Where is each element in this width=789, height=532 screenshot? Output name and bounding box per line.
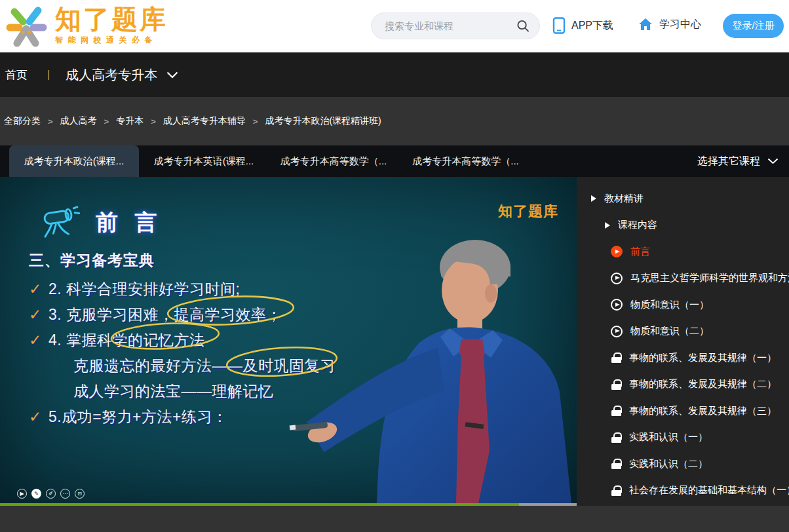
lock-icon xyxy=(611,459,621,469)
check-icon: ✓ xyxy=(29,305,43,324)
breadcrumb: 全部分类 > 成人高考 > 专升本 > 成人高考专升本辅导 > 成考专升本政治(… xyxy=(0,97,789,145)
breadcrumb-item[interactable]: 成人高考 xyxy=(60,115,97,127)
triangle-right-icon xyxy=(605,222,610,229)
slide-line: ✓ 5.成功=努力+方法+练习： xyxy=(29,408,336,426)
app-download[interactable]: APP下载 xyxy=(552,17,613,34)
sidebar-chapter-locked[interactable]: 事物的联系、发展及其规律（一） xyxy=(577,345,789,371)
slide-line: ✓ 2. 科学合理安排好学习时间; xyxy=(29,280,336,298)
lock-icon xyxy=(611,485,621,496)
tab-math-1[interactable]: 成考专升本高等数学（... xyxy=(269,155,398,168)
home-icon xyxy=(638,17,653,31)
select-other-course-label: 选择其它课程 xyxy=(697,155,760,168)
learning-center-label: 学习中心 xyxy=(659,18,701,31)
slide-line: 克服遗忘的最好方法——及时巩固复习 xyxy=(73,356,336,375)
lock-icon xyxy=(611,432,621,443)
main-nav: 首页 | 成人高考专升本 xyxy=(0,52,789,97)
video-progress-fill xyxy=(0,503,519,506)
slide-body: 三、学习备考宝典 ✓ 2. 科学合理安排好学习时间; ✓ 3. 克服学习困难，提… xyxy=(29,250,336,426)
breadcrumb-item-current: 成考专升本政治(课程精讲班) xyxy=(265,115,381,127)
sidebar-chapter[interactable]: 物质和意识（二） xyxy=(577,318,789,345)
logo-mark-icon xyxy=(5,4,47,47)
chevron-down-icon xyxy=(767,158,779,164)
course-tabbar: 成考专升本政治(课程... 成考专升本英语(课程... 成考专升本高等数学（..… xyxy=(0,145,789,177)
lock-icon xyxy=(611,406,621,416)
chapter-sidebar: 教材精讲 课程内容 前言 马克思主义哲学师科学的世界观和方法 物质和意识（一） … xyxy=(577,177,789,506)
screen-icon: ⊡ xyxy=(75,489,85,499)
search-bar[interactable] xyxy=(371,12,540,39)
site-logo[interactable]: 知了题库 智能网校通关必备 xyxy=(5,4,168,47)
sidebar-chapter[interactable]: 马克思主义哲学师科学的世界观和方法 xyxy=(577,265,789,292)
sidebar-chapter-locked[interactable]: 事物的联系、发展及其规律（二） xyxy=(577,371,789,398)
sidebar-branch-textbook[interactable]: 教材精讲 xyxy=(577,185,789,212)
slide-line: 成人学习的法宝——理解记忆 xyxy=(73,382,336,400)
slide-line: ✓ 4. 掌握科学的记忆方法 xyxy=(29,331,336,349)
select-other-course-dropdown[interactable]: 选择其它课程 xyxy=(697,155,779,168)
scroll-diploma-icon xyxy=(41,206,80,240)
nav-divider: | xyxy=(47,69,50,81)
eraser-icon: ✐ xyxy=(46,489,56,499)
breadcrumb-item[interactable]: 专升本 xyxy=(116,115,144,127)
slide-line: ✓ 3. 克服学习困难，提高学习效率； xyxy=(29,305,336,324)
nav-home[interactable]: 首页 xyxy=(5,67,28,83)
breadcrumb-separator: > xyxy=(151,117,156,126)
breadcrumb-separator: > xyxy=(104,117,109,126)
login-register-button[interactable]: 登录/注册 xyxy=(723,14,784,38)
site-header: 知了题库 智能网校通关必备 APP下载 学习中心 登录/注册 xyxy=(0,0,789,52)
breadcrumb-item[interactable]: 成人高考专升本辅导 xyxy=(163,115,246,127)
triangle-right-icon xyxy=(591,195,596,202)
sidebar-chapter-locked[interactable]: 事物的联系、发展及其规律（三） xyxy=(577,398,789,425)
breadcrumb-item[interactable]: 全部分类 xyxy=(4,115,41,127)
check-icon: ✓ xyxy=(29,280,43,298)
tab-politics[interactable]: 成考专升本政治(课程... xyxy=(9,145,139,177)
sidebar-chapter-locked[interactable]: 实践和认识（二） xyxy=(577,451,789,478)
lock-icon xyxy=(611,352,621,363)
chevron-down-icon xyxy=(166,71,178,79)
play-circle-icon xyxy=(611,326,623,337)
play-circle-icon xyxy=(611,273,623,284)
learning-center[interactable]: 学习中心 xyxy=(638,17,701,31)
tab-english[interactable]: 成考专升本英语(课程... xyxy=(139,155,269,168)
app-download-label: APP下载 xyxy=(571,19,613,33)
play-icon: ▶ xyxy=(17,489,27,499)
sidebar-branch-course-content[interactable]: 课程内容 xyxy=(577,212,789,239)
video-watermark: 知了题库 xyxy=(498,202,558,221)
video-progress-bar[interactable] xyxy=(0,503,577,506)
more-icon: ⋯ xyxy=(60,489,70,499)
lock-icon xyxy=(611,379,621,390)
search-icon[interactable] xyxy=(516,19,530,33)
logo-title: 知了题库 xyxy=(55,5,168,33)
sidebar-chapter-locked[interactable]: 实践和认识（一） xyxy=(577,425,789,451)
sidebar-chapter-locked[interactable]: 社会存在发展的基础和基本结构（一） xyxy=(577,478,789,504)
phone-icon xyxy=(552,17,566,34)
play-circle-icon xyxy=(611,299,623,311)
breadcrumb-separator: > xyxy=(253,117,258,126)
check-icon: ✓ xyxy=(29,331,43,349)
video-player[interactable]: 前 言 三、学习备考宝典 ✓ 2. 科学合理安排好学习时间; ✓ 3. 克服学习… xyxy=(0,177,577,506)
sidebar-chapter[interactable]: 物质和意识（一） xyxy=(577,292,789,318)
logo-tagline: 智能网校通关必备 xyxy=(55,35,168,46)
pen-icon: ✎ xyxy=(31,489,41,499)
video-tool-buttons: ▶ ✎ ✐ ⋯ ⊡ xyxy=(17,489,85,499)
slide-heading: 三、学习备考宝典 xyxy=(29,250,336,271)
main-content: 前 言 三、学习备考宝典 ✓ 2. 科学合理安排好学习时间; ✓ 3. 克服学习… xyxy=(0,177,789,506)
nav-category-label: 成人高考专升本 xyxy=(66,66,157,84)
search-input[interactable] xyxy=(383,20,516,32)
play-circle-icon xyxy=(611,246,623,257)
tab-math-2[interactable]: 成考专升本高等数学（... xyxy=(398,155,533,168)
sidebar-chapter-preface[interactable]: 前言 xyxy=(577,238,789,265)
slide-title: 前 言 xyxy=(96,208,162,238)
check-icon: ✓ xyxy=(29,408,43,426)
breadcrumb-separator: > xyxy=(48,117,53,126)
nav-category-dropdown[interactable]: 成人高考专升本 xyxy=(66,66,178,84)
page-footer-strip xyxy=(0,506,789,532)
